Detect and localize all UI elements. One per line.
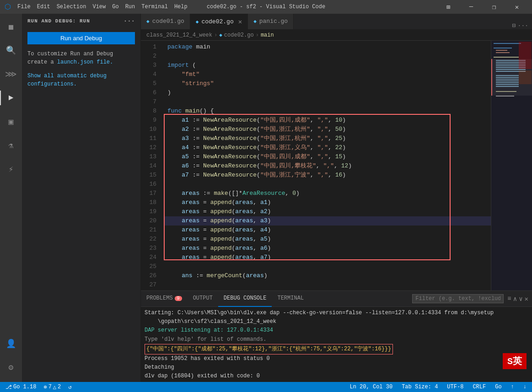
- tab-close-code02[interactable]: ✕: [238, 18, 242, 26]
- activity-testing[interactable]: ⚗: [0, 134, 22, 156]
- console-line-6: Detaching: [145, 363, 528, 372]
- panel-wrap-icon[interactable]: ≡: [507, 295, 511, 303]
- svg-rect-5: [494, 57, 519, 58]
- breadcrumb-file-icon: ◆: [219, 32, 222, 38]
- menu-run[interactable]: Run: [123, 3, 138, 11]
- code-line-9: a1 := NewAreaResource("中国,四川,成都", ",", 1…: [164, 116, 491, 125]
- position-label: Ln 20, Col 30: [350, 384, 393, 390]
- svg-rect-25: [519, 70, 532, 84]
- activity-settings[interactable]: ⚙: [0, 356, 22, 378]
- code-line-11: a3 := NewAreaResource("中国,浙江,杭州", ",", 2…: [164, 134, 491, 143]
- breadcrumb-folder[interactable]: class_2021_12_4_week: [146, 32, 212, 38]
- code-line-5: "strings": [164, 79, 491, 88]
- sidebar-more[interactable]: ···: [124, 17, 135, 25]
- activity-bar: ◼ 🔍 ⋙ ► ▣ ⚗ ⚡ 👤 ⚙: [0, 14, 22, 382]
- code-line-6: ): [164, 88, 491, 97]
- code-line-4: "fmt": [164, 70, 491, 79]
- panel-actions: ≡ ∧ ∨ ✕: [507, 295, 528, 303]
- code-line-7: [164, 97, 491, 107]
- code-line-18: areas = append(areas, a1): [164, 198, 491, 207]
- code-line-2: [164, 52, 491, 61]
- statusbar-eol[interactable]: CRLF: [471, 384, 488, 390]
- maximize-button[interactable]: ❐: [484, 0, 505, 14]
- svg-rect-3: [496, 50, 507, 51]
- launch-json-link[interactable]: launch.json file.: [57, 59, 113, 65]
- run-debug-button[interactable]: Run and Debug: [27, 32, 135, 44]
- titlebar-left: ⬡ File Edit Selection View Go Run Termin…: [5, 2, 190, 11]
- menu-help[interactable]: Help: [172, 3, 190, 11]
- breadcrumb-symbol[interactable]: main: [261, 32, 274, 38]
- tab-panic[interactable]: ◆ panic.go: [248, 14, 294, 29]
- panel-up-icon[interactable]: ∧: [513, 295, 517, 303]
- minimap-svg: [491, 41, 532, 290]
- tab-debug-console[interactable]: DEBUG CONSOLE: [218, 291, 272, 307]
- sync-icon: ↺: [68, 384, 71, 391]
- statusbar-sync[interactable]: ↺: [66, 384, 73, 391]
- menu-edit[interactable]: Edit: [34, 3, 53, 11]
- statusbar-encoding[interactable]: UTF-8: [445, 384, 465, 390]
- panel-tabs: PROBLEMS 9 OUTPUT DEBUG CONSOLE TERMINAL: [141, 291, 532, 307]
- show-auto-debug-link[interactable]: Show all automatic debug configurations.: [22, 68, 140, 92]
- statusbar-download[interactable]: ↓: [521, 384, 528, 390]
- menu-bar: File Edit Selection View Go Run Terminal…: [15, 3, 190, 11]
- code-area[interactable]: package main import ( "fmt" "strings" ) …: [164, 41, 491, 290]
- close-button[interactable]: ✕: [506, 0, 527, 14]
- warning-icon: △: [53, 384, 56, 391]
- error-icon: ⊗: [43, 384, 47, 391]
- tab-icon-panic: ◆: [253, 18, 257, 24]
- language-label: Go: [495, 384, 501, 390]
- code-line-24: areas = append(areas, a7): [164, 253, 491, 262]
- sidebar: RUN AND DEBUG: RUN ··· Run and Debug To …: [22, 14, 141, 382]
- minimize-button[interactable]: ─: [461, 0, 482, 14]
- tab-problems[interactable]: PROBLEMS 9: [141, 291, 188, 307]
- activity-explorer[interactable]: ◼: [0, 16, 22, 38]
- menu-terminal[interactable]: Terminal: [139, 3, 171, 11]
- tab-output[interactable]: OUTPUT: [188, 291, 218, 307]
- sidebar-title: RUN AND DEBUG: RUN: [27, 18, 90, 24]
- upload-icon: ↑: [511, 384, 514, 390]
- minimap: [491, 41, 532, 290]
- statusbar: ⎇ Go 1.18 ⊗ 7 △ 2 ↺ Ln 20, Col 30 Tab Si…: [0, 382, 532, 392]
- menu-file[interactable]: File: [15, 3, 33, 11]
- menu-view[interactable]: View: [90, 3, 108, 11]
- error-count: 7: [48, 384, 52, 390]
- encoding-label: UTF-8: [447, 384, 463, 390]
- tab-code01[interactable]: ◆ code01.go: [141, 14, 190, 29]
- eol-label: CRLF: [473, 384, 486, 390]
- statusbar-position[interactable]: Ln 20, Col 30: [348, 384, 395, 390]
- statusbar-language[interactable]: Go: [493, 384, 503, 390]
- statusbar-right: Ln 20, Col 30 Tab Size: 4 UTF-8 CRLF Go …: [348, 384, 528, 390]
- console-line-1b: \gopath\src\sf2\class_2021_12_4_week: [145, 317, 528, 326]
- layout-button[interactable]: ⊞: [438, 0, 459, 14]
- activity-remote[interactable]: ⚡: [0, 158, 22, 180]
- console-line-3: Type 'dlv help' for list of commands.: [145, 335, 528, 344]
- filter-input[interactable]: [412, 294, 504, 303]
- more-tabs-icon[interactable]: ···: [518, 22, 528, 29]
- breadcrumb-file[interactable]: code02.go: [224, 32, 254, 38]
- activity-run-debug[interactable]: ►: [0, 87, 22, 109]
- activity-source-control[interactable]: ⋙: [0, 63, 22, 85]
- statusbar-tabsize[interactable]: Tab Size: 4: [400, 384, 440, 390]
- tab-label-code01: code01.go: [152, 18, 184, 25]
- statusbar-upload[interactable]: ↑: [509, 384, 516, 390]
- split-editor-icon[interactable]: ⊟: [512, 22, 516, 29]
- tab-terminal[interactable]: TERMINAL: [272, 291, 309, 307]
- statusbar-branch[interactable]: ⎇ Go 1.18: [4, 384, 38, 391]
- activity-account[interactable]: 👤: [0, 333, 22, 354]
- activity-search[interactable]: 🔍: [0, 39, 22, 61]
- window-title: code02.go - sf2 - Visual Studio Code: [207, 4, 325, 10]
- tab-code02[interactable]: ◆ code02.go ✕: [190, 14, 248, 29]
- menu-selection[interactable]: Selection: [54, 3, 89, 11]
- statusbar-errors[interactable]: ⊗ 7 △ 2: [42, 384, 63, 391]
- tabs-bar: ◆ code01.go ◆ code02.go ✕ ◆ panic.go ⊟ ·…: [141, 14, 532, 30]
- panel-down-icon[interactable]: ∨: [519, 295, 522, 303]
- statusbar-left: ⎇ Go 1.18 ⊗ 7 △ 2 ↺: [4, 384, 74, 391]
- code-line-28: fmt.Println(ans): [164, 290, 491, 290]
- panel-close-icon[interactable]: ✕: [525, 295, 528, 303]
- app-icon: ⬡: [5, 2, 11, 11]
- tab-terminal-label: TERMINAL: [277, 295, 304, 301]
- menu-go[interactable]: Go: [109, 3, 121, 11]
- code-line-17: areas := make([]*AreaResource, 0): [164, 189, 491, 198]
- activity-extensions[interactable]: ▣: [0, 111, 22, 133]
- code-line-27: [164, 280, 491, 290]
